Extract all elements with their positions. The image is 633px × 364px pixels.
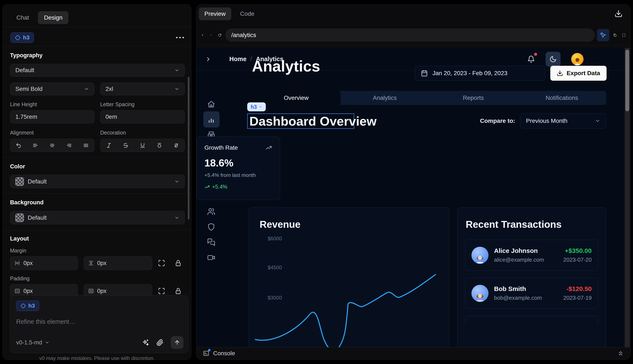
sidebar-analytics-icon[interactable] <box>207 116 215 124</box>
sidebar-shield-icon[interactable] <box>207 223 215 231</box>
tab-overview[interactable]: Overview <box>252 91 341 105</box>
background-heading: Background <box>10 199 44 206</box>
color-select[interactable]: Default <box>10 175 185 188</box>
user-avatar[interactable] <box>571 53 583 65</box>
download-icon[interactable] <box>614 10 622 18</box>
font-size-select[interactable]: 2xl <box>100 82 185 95</box>
stat-value: 18.6% <box>204 157 272 169</box>
divider <box>3 194 191 194</box>
section-title: Dashboard Overview <box>249 114 377 128</box>
app-preview: Home / Analytics <box>196 48 630 348</box>
date-range-picker[interactable]: Jan 20, 2023 - Feb 09, 2023 <box>415 66 545 81</box>
chevrons-up-icon[interactable] <box>617 350 624 357</box>
paperclip-icon[interactable] <box>156 339 164 346</box>
compare-label: Compare to: <box>480 118 515 124</box>
sidebar-users-icon[interactable] <box>207 208 215 216</box>
fullscreen-icon[interactable] <box>620 32 627 38</box>
decoration-toolbar <box>100 139 185 152</box>
letter-spacing-input[interactable]: 0em <box>100 110 185 124</box>
selected-element-row: h3 <box>11 32 184 43</box>
sparkles-icon[interactable] <box>142 339 149 346</box>
sidebar-video-icon[interactable] <box>207 254 215 262</box>
padding-horizontal-icon <box>15 288 20 294</box>
tab-code[interactable]: Code <box>235 8 260 20</box>
tab-reports[interactable]: Reports <box>429 91 518 105</box>
selected-tag-pill[interactable]: h3 <box>247 102 266 111</box>
theme-toggle-button[interactable] <box>546 52 560 67</box>
tab-chat[interactable]: Chat <box>11 11 35 24</box>
chevron-down-icon <box>174 179 179 184</box>
no-decoration-icon[interactable] <box>173 142 179 148</box>
panel-scrollbar[interactable] <box>188 77 189 220</box>
italic-icon[interactable] <box>106 142 112 148</box>
pointer-sparkle-icon <box>600 32 606 38</box>
overline-icon[interactable] <box>156 142 162 148</box>
transaction-name: Alice Johnson <box>494 247 558 254</box>
tab-design[interactable]: Design <box>38 11 68 24</box>
align-left-icon[interactable] <box>32 142 38 148</box>
dashboard-tabs: Overview Analytics Reports Notifications <box>252 91 606 105</box>
align-center-icon[interactable] <box>49 142 55 148</box>
color-swatch-icon <box>15 177 24 186</box>
send-button[interactable] <box>171 336 183 349</box>
url-input[interactable]: /analytics <box>225 28 595 42</box>
transaction-row[interactable]: Alice Johnson alice@example.com +$350.00… <box>465 240 598 270</box>
tab-notifications[interactable]: Notifications <box>518 91 606 105</box>
strikethrough-icon[interactable] <box>123 142 129 148</box>
revenue-line-chart <box>249 208 450 348</box>
background-select[interactable]: Default <box>10 211 185 224</box>
expand-margin-icon[interactable] <box>158 260 165 267</box>
console-status-dot <box>208 349 210 352</box>
notifications-button[interactable] <box>527 55 535 63</box>
composer-element-badge[interactable]: h3 <box>16 300 39 311</box>
composer-input[interactable]: Refine this element… <box>16 318 182 325</box>
chevron-down-icon <box>45 340 50 345</box>
copy-icon[interactable] <box>611 32 618 38</box>
preview-panel: Preview Code /analytics Home / Analytics <box>196 4 630 360</box>
alignment-label: Alignment <box>10 130 34 136</box>
more-options-button[interactable] <box>176 37 184 38</box>
disclaimer-text: v0 may make mistakes. Please use with di… <box>3 355 191 361</box>
sidebar-home-icon[interactable] <box>207 100 215 108</box>
export-data-button[interactable]: Export Data <box>550 66 606 81</box>
margin-y-input[interactable]: 0px <box>84 256 152 270</box>
lock-padding-icon[interactable] <box>174 287 182 294</box>
arrow-up-icon <box>174 339 180 346</box>
refresh-icon[interactable] <box>216 32 223 38</box>
forward-icon[interactable] <box>208 32 214 38</box>
align-right-icon[interactable] <box>66 142 72 148</box>
tab-analytics[interactable]: Analytics <box>341 91 429 105</box>
sidebar-toggle-icon[interactable] <box>205 56 212 62</box>
preview-scrollbar-thumb[interactable] <box>625 50 629 111</box>
compare-select[interactable]: Previous Month <box>520 113 606 128</box>
select-element-tool[interactable] <box>597 29 609 41</box>
tab-preview[interactable]: Preview <box>199 8 231 20</box>
back-icon[interactable] <box>199 32 206 38</box>
calendar-icon <box>421 70 428 77</box>
underline-icon[interactable] <box>140 142 146 148</box>
revenue-chart-card: Revenue $6000 $4500 $3000 <box>249 207 450 348</box>
model-select[interactable]: v0-1.5-md <box>16 339 50 346</box>
selected-element-outline[interactable]: Dashboard Overview <box>247 114 354 129</box>
transaction-amount: +$350.00 <box>563 247 592 254</box>
preview-scrollbar[interactable] <box>625 48 630 348</box>
transactions-title: Recent Transactions <box>466 218 562 230</box>
typography-heading: Typography <box>10 52 43 59</box>
undo-icon[interactable] <box>16 142 22 148</box>
selected-element-badge[interactable]: h3 <box>11 32 34 43</box>
font-weight-select[interactable]: Semi Bold <box>10 82 94 95</box>
lock-margin-icon[interactable] <box>174 260 182 267</box>
expand-padding-icon[interactable] <box>158 287 165 294</box>
stat-subtext: +5.4% from last month <box>204 172 272 178</box>
line-height-input[interactable]: 1.75rem <box>10 110 94 124</box>
align-justify-icon[interactable] <box>83 142 89 148</box>
chevron-down-icon <box>595 118 600 124</box>
moon-icon <box>549 56 557 63</box>
font-family-select[interactable]: Default <box>10 64 185 77</box>
console-bar[interactable]: Console <box>196 347 630 359</box>
sidebar-messages-icon[interactable] <box>207 238 215 246</box>
margin-x-input[interactable]: 0px <box>10 256 78 270</box>
transaction-row[interactable]: Bob Smith bob@example.com -$120.50 2023-… <box>465 278 598 309</box>
transaction-date: 2023-07-20 <box>563 256 592 263</box>
breadcrumb-home[interactable]: Home <box>229 56 247 62</box>
